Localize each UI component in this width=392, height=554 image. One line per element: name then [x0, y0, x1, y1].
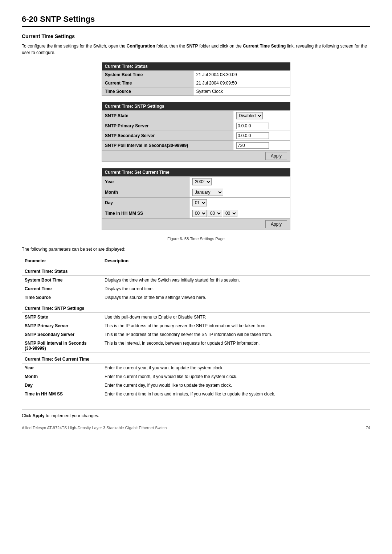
- value-time-hh-mm-ss: 0001020304 0506070809 1011121314 1516171…: [189, 208, 290, 219]
- page-title: 6-20 SNTP Settings: [22, 15, 370, 27]
- list-item: SNTP Primary Server This is the IP addre…: [22, 321, 370, 330]
- list-item: Day Enter the current day, if you would …: [22, 381, 370, 390]
- product-name: Allied Telesyn AT-9724TS High-Density La…: [22, 426, 167, 430]
- list-item: Time Source Displays the source of the t…: [22, 293, 370, 302]
- set-current-time-table: Current Time: Set Current Time Year 2002…: [102, 168, 290, 230]
- table-row: SNTP State Disabled Enabled: [102, 111, 290, 121]
- apply-row-sntp: Apply: [102, 151, 290, 162]
- label-time-source: Time Source: [102, 87, 193, 96]
- value-day: 01 02 03 04 05 06 07 08 09 10 11 12 13 1…: [189, 198, 290, 208]
- list-item: SNTP Secondary Server This is the IP add…: [22, 330, 370, 339]
- apply-button-sntp[interactable]: Apply: [265, 152, 287, 160]
- table-row: Month January February March April May J…: [102, 187, 290, 198]
- table-row: SNTP Secondary Server: [102, 131, 290, 141]
- label-sntp-primary: SNTP Primary Server: [102, 121, 233, 131]
- status-table-header: Current Time: Status: [102, 62, 290, 71]
- sntp-settings-header: Current Time: SNTP Settings: [102, 102, 290, 111]
- second-select[interactable]: 0001020304 0510152025 3035404550 5559: [223, 210, 237, 217]
- list-item: Year Enter the current year, if you want…: [22, 364, 370, 373]
- following-text: The following parameters can be set or a…: [22, 247, 370, 252]
- table-row: Day 01 02 03 04 05 06 07 08 09 10 11 12 …: [102, 198, 290, 208]
- sntp-primary-input[interactable]: [236, 123, 269, 129]
- list-item: SNTP Poll Interval in Seconds(30-99999) …: [22, 339, 370, 353]
- month-select[interactable]: January February March April May June Ju…: [192, 189, 223, 196]
- set-time-header: Current Time: Set Current Time: [102, 168, 290, 177]
- section-title: Current Time Settings: [22, 33, 370, 39]
- value-time-source: System Clock: [193, 87, 290, 96]
- table-row: System Boot Time 21 Jul 2004 08:30:09: [102, 71, 290, 79]
- label-month: Month: [102, 187, 189, 198]
- table-row: Time in HH MM SS 0001020304 0506070809 1…: [102, 208, 290, 219]
- intro-text: To configure the time settings for the S…: [22, 43, 370, 56]
- page-number: 74: [366, 426, 370, 430]
- value-current-time: 21 Jul 2004 09:09:50: [193, 79, 290, 87]
- label-sntp-state: SNTP State: [102, 111, 233, 121]
- table-row: Year 2002 2003 2004 2005: [102, 177, 290, 187]
- label-time-hh-mm-ss: Time in HH MM SS: [102, 208, 189, 219]
- list-item: SNTP State Use this pull-down menu to En…: [22, 313, 370, 322]
- table-row: SNTP Primary Server: [102, 121, 290, 131]
- label-sntp-poll: SNTP Poll Interval in Seconds(30-99999): [102, 141, 233, 151]
- table-row: SNTP Poll Interval in Seconds(30-99999): [102, 141, 290, 151]
- time-dropdowns: 0001020304 0506070809 1011121314 1516171…: [192, 210, 237, 217]
- param-section-set-time: Current Time: Set Current Time: [22, 353, 370, 364]
- apply-row-set-time: Apply: [102, 219, 290, 230]
- minute-select[interactable]: 0001020304 0510152025 3035404550 5559: [208, 210, 222, 217]
- list-item: System Boot Time Displays the time when …: [22, 276, 370, 285]
- sntp-state-select[interactable]: Disabled Enabled: [236, 112, 263, 119]
- list-item: Current Time Displays the current time.: [22, 284, 370, 293]
- param-col-header: Parameter: [22, 257, 102, 265]
- sntp-poll-name-bold: SNTP Poll Interval in Seconds: [25, 341, 87, 346]
- sntp-settings-table: Current Time: SNTP Settings SNTP State D…: [102, 102, 290, 162]
- param-section-sntp: Current Time: SNTP Settings: [22, 302, 370, 313]
- day-select[interactable]: 01 02 03 04 05 06 07 08 09 10 11 12 13 1…: [192, 199, 207, 206]
- param-section-status: Current Time: Status: [22, 265, 370, 276]
- apply-button-set-time[interactable]: Apply: [265, 220, 287, 228]
- value-sntp-poll: [233, 141, 290, 151]
- param-table: Parameter Description Current Time: Stat…: [22, 257, 370, 398]
- table-row: Current Time 21 Jul 2004 09:09:50: [102, 79, 290, 87]
- sntp-poll-range: (30-99999): [25, 346, 46, 351]
- desc-col-header: Description: [102, 257, 370, 265]
- value-system-boot-time: 21 Jul 2004 08:30:09: [193, 71, 290, 79]
- value-year: 2002 2003 2004 2005: [189, 177, 290, 187]
- value-sntp-state: Disabled Enabled: [233, 111, 290, 121]
- label-current-time: Current Time: [102, 79, 193, 87]
- sntp-poll-input[interactable]: [236, 142, 269, 149]
- figure-caption: Figure 6- 58.Time Settings Page: [22, 237, 370, 241]
- hour-select[interactable]: 0001020304 0506070809 1011121314 1516171…: [192, 210, 207, 217]
- label-system-boot-time: System Boot Time: [102, 71, 193, 79]
- label-year: Year: [102, 177, 189, 187]
- footer-note: Click Apply to implement your changes.: [22, 409, 370, 418]
- value-month: January February March April May June Ju…: [189, 187, 290, 198]
- table-row: Time Source System Clock: [102, 87, 290, 96]
- year-select[interactable]: 2002 2003 2004 2005: [192, 178, 212, 185]
- label-day: Day: [102, 198, 189, 208]
- list-item: Month Enter the current month, if you wo…: [22, 372, 370, 381]
- value-sntp-secondary: [233, 131, 290, 141]
- label-sntp-secondary: SNTP Secondary Server: [102, 131, 233, 141]
- current-time-status-table: Current Time: Status System Boot Time 21…: [102, 62, 290, 96]
- sntp-secondary-input[interactable]: [236, 132, 269, 139]
- page-footer: Allied Telesyn AT-9724TS High-Density La…: [22, 426, 370, 430]
- list-item: Time in HH MM SS Enter the current time …: [22, 390, 370, 398]
- value-sntp-primary: [233, 121, 290, 131]
